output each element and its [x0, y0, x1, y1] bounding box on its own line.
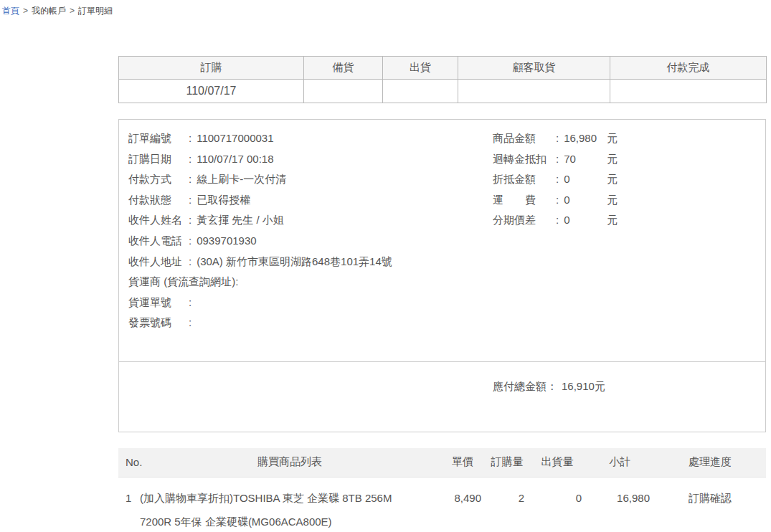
item-product-name: (加入購物車享折扣)TOSHIBA 東芝 企業碟 8TB 256M 7200R …: [140, 477, 440, 532]
currency-unit: 元: [607, 149, 618, 170]
installment-difference-label: 分期價差: [493, 210, 556, 231]
order-status-table: 訂購 備貨 出貨 顧客取貨 付款完成 110/07/17: [118, 56, 767, 103]
items-header-row: No. 購買商品列表 單價 訂購量 出貨量 小計 處理進度: [118, 448, 766, 477]
order-info-left-column: 訂單編號:1100717000031 訂購日期:110/07/17 00:18 …: [128, 128, 765, 333]
breadcrumb-account[interactable]: 我的帳戶: [32, 6, 66, 16]
recipient-address-value: (30A) 新竹市東區明湖路648巷101弄14號: [197, 252, 392, 272]
status-value-row: 110/07/17: [119, 80, 767, 103]
payment-status-value: 已取得授權: [197, 190, 250, 211]
order-date-row: 訂購日期:110/07/17 00:18: [128, 149, 765, 170]
discount-amount-label: 折抵金額: [493, 169, 556, 190]
order-detail-page: 訂購 備貨 出貨 顧客取貨 付款完成 110/07/17 訂單編號:110071…: [118, 56, 766, 532]
items-header-unit-price: 單價: [440, 448, 486, 477]
shipping-fee-row: 運 費:0元: [493, 190, 618, 211]
order-total-section: 應付總金額：16,910元: [119, 361, 765, 432]
items-header-name: 購買商品列表: [140, 448, 440, 477]
installment-difference-value: 0: [564, 210, 607, 231]
recipient-name-row: 收件人姓名:黃玄揮 先生 / 小姐: [128, 210, 765, 231]
item-ship-qty: 0: [529, 477, 586, 532]
carrier-row: 貨運商 (貨流查詢網址):: [128, 272, 765, 293]
item-subtotal: 16,980: [586, 477, 654, 532]
status-header-row: 訂購 備貨 出貨 顧客取貨 付款完成: [119, 57, 767, 80]
breadcrumb-separator: >: [70, 6, 75, 16]
payment-status-row: 付款狀態:已取得授權: [128, 190, 765, 211]
purchased-items-table: No. 購買商品列表 單價 訂購量 出貨量 小計 處理進度 1 (加入購物車享折…: [118, 448, 766, 532]
recipient-phone-label: 收件人電話: [128, 231, 189, 252]
item-unit-price: 8,490: [440, 477, 486, 532]
recipient-phone-row: 收件人電話:0939701930: [128, 231, 765, 252]
invoice-number-label: 發票號碼: [128, 313, 189, 333]
rebate-deduction-value: 70: [564, 149, 607, 170]
status-date-paid: [610, 80, 767, 103]
order-number-label: 訂單編號: [128, 128, 189, 149]
total-payable-value: 16,910元: [562, 380, 605, 392]
items-header-order-qty: 訂購量: [486, 448, 529, 477]
order-info-box: 訂單編號:1100717000031 訂購日期:110/07/17 00:18 …: [118, 119, 766, 432]
status-header-preparing: 備貨: [304, 57, 383, 80]
items-header-progress: 處理進度: [654, 448, 766, 477]
status-header-pickup: 顧客取貨: [458, 57, 610, 80]
item-row: 1 (加入購物車享折扣)TOSHIBA 東芝 企業碟 8TB 256M 7200…: [118, 477, 766, 532]
order-info-right-column: 商品金額:16,980元 迴轉金抵扣:70元 折抵金額:0元 運 費:0元 分期…: [493, 128, 618, 231]
status-date-shipped: [383, 80, 458, 103]
carrier-label: 貨運商 (貨流查詢網址): [128, 272, 235, 293]
rebate-deduction-row: 迴轉金抵扣:70元: [493, 149, 618, 170]
installment-difference-row: 分期價差:0元: [493, 210, 618, 231]
payment-method-label: 付款方式: [128, 169, 189, 190]
breadcrumb-home-link[interactable]: 首頁: [2, 6, 19, 16]
status-date-pickup: [458, 80, 610, 103]
total-payable-label: 應付總金額：: [493, 380, 557, 392]
breadcrumb-separator: >: [23, 6, 28, 16]
status-header-paid: 付款完成: [610, 57, 767, 80]
discount-amount-row: 折抵金額:0元: [493, 169, 618, 190]
order-date-label: 訂購日期: [128, 149, 189, 170]
order-number-row: 訂單編號:1100717000031: [128, 128, 765, 149]
payment-status-label: 付款狀態: [128, 190, 189, 211]
currency-unit: 元: [607, 128, 618, 149]
breadcrumb: 首頁>我的帳戶>訂單明細: [2, 5, 113, 17]
breadcrumb-current: 訂單明細: [78, 6, 113, 16]
invoice-number-row: 發票號碼:: [128, 313, 765, 333]
recipient-address-row: 收件人地址:(30A) 新竹市東區明湖路648巷101弄14號: [128, 252, 765, 272]
status-header-shipped: 出貨: [383, 57, 458, 80]
currency-unit: 元: [607, 190, 618, 211]
shipping-fee-value: 0: [564, 190, 607, 211]
goods-amount-value: 16,980: [564, 128, 607, 149]
shipping-fee-label: 運 費: [493, 190, 556, 211]
items-header-subtotal: 小計: [586, 448, 654, 477]
item-progress-status: 訂購確認: [654, 477, 766, 532]
goods-amount-label: 商品金額: [493, 128, 556, 149]
recipient-address-label: 收件人地址: [128, 252, 189, 272]
status-header-ordered: 訂購: [119, 57, 304, 80]
recipient-name-label: 收件人姓名: [128, 210, 189, 231]
order-number-value: 1100717000031: [197, 128, 273, 149]
recipient-name-value: 黃玄揮 先生 / 小姐: [197, 210, 284, 231]
tracking-number-row: 貨運單號:: [128, 293, 765, 313]
recipient-phone-value: 0939701930: [197, 231, 256, 252]
payment-method-row: 付款方式:線上刷卡-一次付清: [128, 169, 765, 190]
order-info-section: 訂單編號:1100717000031 訂購日期:110/07/17 00:18 …: [119, 120, 765, 361]
payment-method-value: 線上刷卡-一次付清: [197, 169, 286, 190]
items-header-ship-qty: 出貨量: [529, 448, 586, 477]
currency-unit: 元: [607, 210, 618, 231]
items-header-no: No.: [118, 448, 140, 477]
goods-amount-row: 商品金額:16,980元: [493, 128, 618, 149]
status-date-preparing: [304, 80, 383, 103]
item-order-qty: 2: [486, 477, 529, 532]
status-date-ordered: 110/07/17: [119, 80, 304, 103]
tracking-number-label: 貨運單號: [128, 293, 189, 313]
currency-unit: 元: [607, 169, 618, 190]
rebate-deduction-label: 迴轉金抵扣: [493, 149, 556, 170]
order-date-value: 110/07/17 00:18: [197, 149, 273, 170]
item-no: 1: [118, 477, 140, 532]
discount-amount-value: 0: [564, 169, 607, 190]
